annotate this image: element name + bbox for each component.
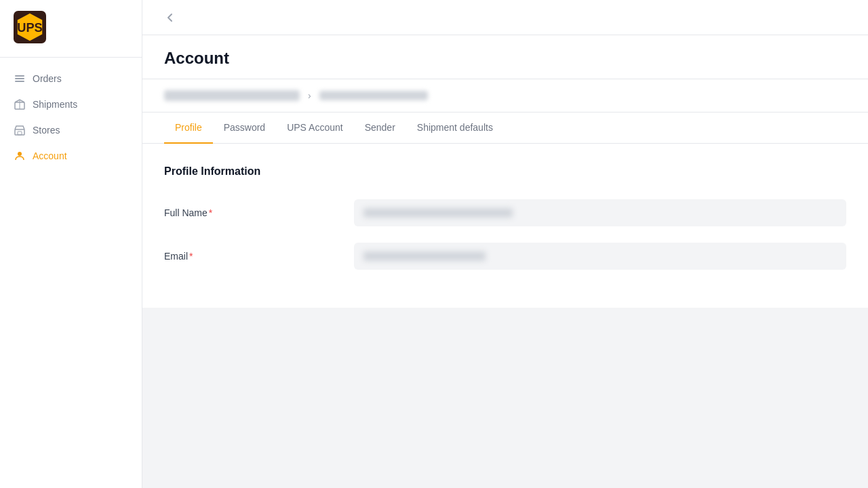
user-email-display	[319, 91, 428, 100]
full-name-value-blurred	[363, 208, 513, 218]
page-title: Account	[164, 49, 846, 68]
full-name-label: Full Name*	[164, 207, 354, 218]
full-name-input-container[interactable]	[354, 199, 846, 226]
tab-password[interactable]: Password	[213, 113, 276, 144]
tab-ups-account[interactable]: UPS Account	[276, 113, 354, 144]
svg-rect-3	[15, 75, 24, 77]
store-icon	[14, 124, 26, 136]
tab-sender[interactable]: Sender	[354, 113, 406, 144]
sidebar-logo: UPS	[0, 0, 142, 58]
sidebar-item-shipments[interactable]: Shipments	[0, 92, 142, 117]
list-icon	[14, 73, 26, 85]
main-content: Account › Profile Password UPS Account S…	[142, 0, 868, 488]
back-button[interactable]	[164, 12, 176, 24]
user-info-bar: ›	[142, 79, 868, 113]
account-tabs: Profile Password UPS Account Sender Ship…	[142, 113, 868, 144]
user-icon	[14, 150, 26, 162]
top-bar	[142, 0, 868, 35]
email-label: Email*	[164, 251, 354, 262]
svg-rect-4	[15, 78, 24, 79]
email-input-container[interactable]	[354, 243, 846, 270]
email-row: Email*	[164, 243, 846, 270]
sidebar-item-account[interactable]: Account	[0, 143, 142, 169]
account-section: › Profile Password UPS Account Sender Sh…	[142, 79, 868, 308]
sidebar-item-shipments-label: Shipments	[33, 99, 77, 110]
email-value-blurred	[363, 251, 486, 261]
user-name-display	[164, 90, 300, 101]
page-header: Account	[142, 35, 868, 79]
full-name-row: Full Name*	[164, 199, 846, 226]
sidebar-item-orders[interactable]: Orders	[0, 66, 142, 92]
sidebar-item-stores-label: Stores	[33, 125, 60, 136]
ups-logo-icon: UPS	[14, 11, 46, 43]
svg-rect-8	[15, 129, 24, 135]
sidebar-item-stores[interactable]: Stores	[0, 117, 142, 143]
bottom-background	[142, 308, 868, 488]
svg-rect-5	[15, 81, 24, 82]
svg-text:UPS: UPS	[17, 20, 43, 35]
svg-point-10	[18, 152, 22, 156]
profile-section: Profile Information Full Name* Email*	[142, 144, 868, 308]
divider: ›	[308, 90, 311, 101]
tab-profile[interactable]: Profile	[164, 113, 213, 144]
full-name-required: *	[209, 207, 212, 218]
sidebar: UPS Orders Shipments	[0, 0, 142, 488]
email-required: *	[189, 251, 193, 262]
profile-section-title: Profile Information	[164, 165, 846, 178]
sidebar-nav: Orders Shipments Stores	[0, 58, 142, 488]
sidebar-item-orders-label: Orders	[33, 73, 62, 84]
sidebar-item-account-label: Account	[33, 150, 67, 161]
tab-shipment-defaults[interactable]: Shipment defaults	[406, 113, 504, 144]
box-icon	[14, 98, 26, 110]
